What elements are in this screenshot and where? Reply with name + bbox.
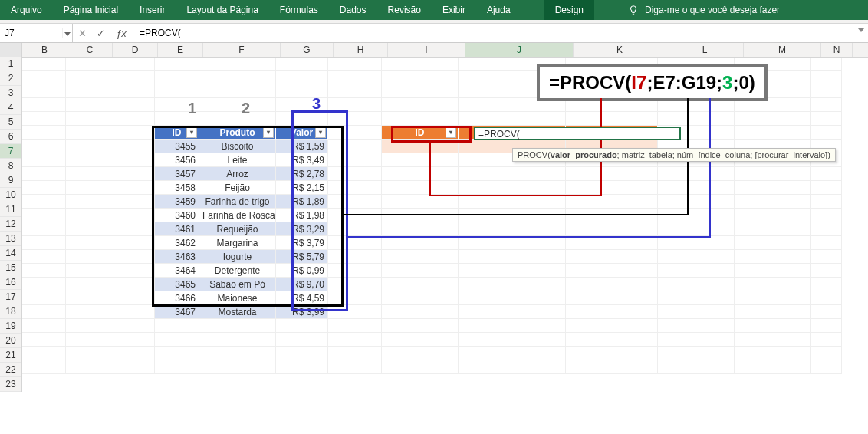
cell-N10[interactable]: [811, 181, 842, 195]
cell-N1[interactable]: [811, 57, 842, 71]
cell-N14[interactable]: [811, 236, 842, 250]
filter-icon[interactable]: ▾: [553, 127, 564, 138]
cell-H13[interactable]: [328, 222, 382, 236]
filter-icon[interactable]: ▾: [186, 127, 197, 138]
cell-I5[interactable]: [382, 112, 459, 126]
cell-J20[interactable]: [459, 319, 566, 333]
cell-J1[interactable]: [459, 57, 566, 71]
cell-J14[interactable]: [459, 236, 566, 250]
cell-B6[interactable]: [21, 126, 66, 140]
col-header-C[interactable]: C: [67, 43, 113, 57]
cell-D17[interactable]: [110, 278, 155, 291]
row-header-8[interactable]: 8: [0, 159, 21, 173]
cell-K11[interactable]: [566, 195, 658, 209]
cell-E17[interactable]: 3465: [155, 278, 199, 291]
row-header-9[interactable]: 9: [0, 173, 21, 188]
cell-J3[interactable]: [459, 84, 566, 98]
cell-L9[interactable]: [658, 167, 735, 181]
cell-C16[interactable]: [66, 264, 110, 278]
cell-J12[interactable]: [459, 209, 566, 222]
cell-F21[interactable]: [199, 333, 276, 347]
col-header-E[interactable]: E: [158, 43, 203, 57]
row-header-4[interactable]: 4: [0, 100, 21, 115]
cell-D22[interactable]: [110, 347, 155, 360]
cell-C5[interactable]: [66, 112, 110, 126]
cell-M13[interactable]: [735, 222, 811, 236]
cell-J19[interactable]: [459, 305, 566, 319]
cell-M18[interactable]: [735, 291, 811, 305]
cell-F17[interactable]: Sabão em Pó: [199, 278, 276, 291]
col-header-B[interactable]: B: [22, 43, 67, 57]
cell-H2[interactable]: [328, 71, 382, 84]
cell-M16[interactable]: [735, 264, 811, 278]
cell-F13[interactable]: Requeijão: [199, 222, 276, 236]
cell-I21[interactable]: [382, 333, 459, 347]
row-header-17[interactable]: 17: [0, 290, 21, 304]
cell-B4[interactable]: [21, 98, 66, 112]
cell-J18[interactable]: [459, 291, 566, 305]
cell-E14[interactable]: 3462: [155, 236, 199, 250]
cell-N19[interactable]: [811, 305, 842, 319]
cell-D19[interactable]: [110, 305, 155, 319]
cell-D10[interactable]: [110, 181, 155, 195]
tab-arquivo[interactable]: Arquivo: [0, 0, 53, 20]
cell-L1[interactable]: [658, 57, 735, 71]
cell-B16[interactable]: [21, 264, 66, 278]
cell-M7[interactable]: [735, 140, 811, 153]
cell-D6[interactable]: [110, 126, 155, 140]
cell-J23[interactable]: [459, 360, 566, 374]
cell-J22[interactable]: [459, 347, 566, 360]
filter-icon[interactable]: ▾: [446, 127, 456, 138]
fx-icon[interactable]: ƒx: [110, 28, 133, 39]
cell-J11[interactable]: [459, 195, 566, 209]
cell-K13[interactable]: [566, 222, 658, 236]
cell-I22[interactable]: [382, 347, 459, 360]
cell-G22[interactable]: [276, 347, 328, 360]
cell-F6[interactable]: Produto▾: [199, 126, 276, 140]
cell-K21[interactable]: [566, 333, 658, 347]
cell-J9[interactable]: [459, 167, 566, 181]
cell-G11[interactable]: R$ 1,89: [276, 195, 328, 209]
row-header-20[interactable]: 20: [0, 334, 21, 348]
cell-N20[interactable]: [811, 319, 842, 333]
cell-D1[interactable]: [110, 57, 155, 71]
row-header-18[interactable]: 18: [0, 304, 21, 319]
cell-M3[interactable]: [735, 84, 811, 98]
cell-N15[interactable]: [811, 250, 842, 264]
cell-N16[interactable]: [811, 264, 842, 278]
cell-L16[interactable]: [658, 264, 735, 278]
row-header-23[interactable]: 23: [0, 377, 21, 392]
cell-C9[interactable]: [66, 167, 110, 181]
cell-L10[interactable]: [658, 181, 735, 195]
cell-J13[interactable]: [459, 222, 566, 236]
cell-C11[interactable]: [66, 195, 110, 209]
cell-M4[interactable]: [735, 98, 811, 112]
cell-F5[interactable]: [199, 112, 276, 126]
tab-layout[interactable]: Layout da Página: [176, 0, 268, 20]
cell-M17[interactable]: [735, 278, 811, 291]
col-header-I[interactable]: I: [388, 43, 465, 57]
cell-K4[interactable]: [566, 98, 658, 112]
tab-inserir[interactable]: Inserir: [129, 0, 176, 20]
cell-I9[interactable]: [382, 167, 459, 181]
cell-L11[interactable]: [658, 195, 735, 209]
cell-K17[interactable]: [566, 278, 658, 291]
cell-M14[interactable]: [735, 236, 811, 250]
row-header-2[interactable]: 2: [0, 71, 21, 86]
cell-K19[interactable]: [566, 305, 658, 319]
cell-K14[interactable]: [566, 236, 658, 250]
cell-I20[interactable]: [382, 319, 459, 333]
cell-B14[interactable]: [21, 236, 66, 250]
cell-J2[interactable]: [459, 71, 566, 84]
cell-E18[interactable]: 3466: [155, 291, 199, 305]
cell-J7[interactable]: [459, 140, 566, 153]
row-header-3[interactable]: 3: [0, 86, 21, 100]
cell-I2[interactable]: [382, 71, 459, 84]
col-header-K[interactable]: K: [574, 43, 666, 57]
cell-B11[interactable]: [21, 195, 66, 209]
row-header-5[interactable]: 5: [0, 115, 21, 130]
cell-L2[interactable]: [658, 71, 735, 84]
cell-E10[interactable]: 3458: [155, 181, 199, 195]
cell-E15[interactable]: 3463: [155, 250, 199, 264]
cell-F8[interactable]: Leite: [199, 153, 276, 167]
